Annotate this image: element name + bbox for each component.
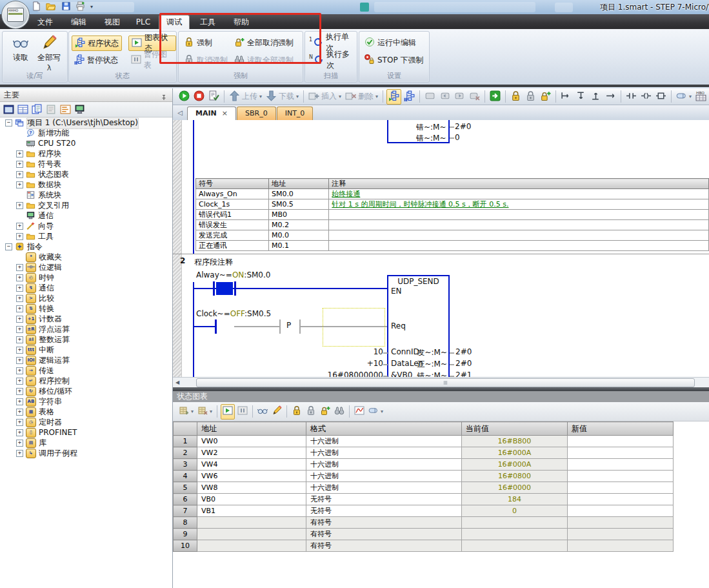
chart-status-toggle[interactable] xyxy=(403,90,416,104)
compile-button[interactable] xyxy=(207,90,221,104)
save-button[interactable] xyxy=(59,1,72,13)
expand-icon[interactable]: + xyxy=(16,326,23,333)
write-values-button[interactable] xyxy=(270,405,283,419)
menu-tab-view[interactable]: 视图 xyxy=(98,15,126,29)
menu-tab-plc[interactable]: PLC xyxy=(132,15,155,29)
address-cell[interactable] xyxy=(197,517,306,529)
unforce-value-button[interactable] xyxy=(305,405,317,419)
force-value-button[interactable] xyxy=(290,405,303,419)
expand-icon[interactable]: + xyxy=(16,336,23,343)
expand-icon[interactable]: + xyxy=(16,367,23,374)
expand-icon[interactable]: + xyxy=(16,409,23,416)
format-cell[interactable]: 十六进制 xyxy=(306,471,462,482)
address-cell[interactable]: VW6 xyxy=(197,471,306,482)
editor-hscrollbar[interactable]: ◀ xyxy=(173,377,709,388)
scrollbar-thumb[interactable] xyxy=(196,378,695,387)
address-cell[interactable]: VB0 xyxy=(197,494,306,505)
menu-tab-debug[interactable]: 调试 xyxy=(159,15,190,30)
tree-item[interactable]: +±R浮点运算 xyxy=(0,324,172,334)
format-cell[interactable]: 有符号 xyxy=(306,529,462,540)
goto-button[interactable] xyxy=(488,90,502,104)
address-cell[interactable]: VW2 xyxy=(197,447,306,459)
network-comment[interactable]: 程序段注释 xyxy=(194,257,233,268)
read-values-button[interactable] xyxy=(256,405,269,419)
tree-item[interactable]: +↻移位/循环 xyxy=(0,386,172,396)
write-all-button[interactable]: 全部写入 xyxy=(35,35,63,74)
tree-item[interactable]: +向导 xyxy=(0,221,172,231)
chart-status-on-button[interactable] xyxy=(221,404,235,420)
row-number[interactable]: 1 xyxy=(174,436,197,447)
tab-main[interactable]: MAIN× xyxy=(187,106,236,120)
expand-icon[interactable]: + xyxy=(16,305,23,312)
status-table-header[interactable]: 地址 xyxy=(197,422,306,436)
new-value-cell[interactable] xyxy=(568,436,674,447)
tree-item[interactable]: +▯PROFINET xyxy=(0,427,172,438)
tree-item[interactable]: +⊣⊢位逻辑 xyxy=(0,262,172,272)
tree-item[interactable]: *收藏夹 xyxy=(0,252,172,262)
clear-bookmarks-button[interactable] xyxy=(468,90,481,104)
address-cell[interactable] xyxy=(197,540,306,552)
expand-icon[interactable]: + xyxy=(16,388,23,395)
view-xref-button[interactable] xyxy=(60,104,71,115)
new-value-cell[interactable] xyxy=(568,517,674,529)
tree-item[interactable]: ?新增功能 xyxy=(0,128,172,138)
pin-icon[interactable] xyxy=(161,92,167,98)
expand-icon[interactable]: + xyxy=(16,419,23,426)
view-data-button[interactable] xyxy=(46,104,57,115)
unforce-button[interactable]: 取消强制 xyxy=(181,53,230,67)
tab-sbr0[interactable]: SBR_0 xyxy=(237,106,276,120)
read-button[interactable]: 读取 xyxy=(6,35,35,63)
coil-tool[interactable] xyxy=(639,90,653,104)
expand-icon[interactable]: + xyxy=(16,450,23,457)
delete-button[interactable]: 删除▾ xyxy=(344,90,379,104)
address-toggle-button[interactable]: ▾ xyxy=(675,90,693,104)
ladder-line-down-tool[interactable] xyxy=(574,90,588,104)
row-number[interactable]: 7 xyxy=(174,505,197,517)
menu-tab-help[interactable]: 帮助 xyxy=(227,15,255,29)
tree-item[interactable]: +⇅转换 xyxy=(0,303,172,314)
tree-item[interactable]: +程序块 xyxy=(0,148,172,159)
pause-chart-button[interactable]: 暂停图表 xyxy=(128,53,176,67)
unforce-all-button[interactable]: 全部取消强制 xyxy=(232,35,296,50)
new-value-cell[interactable] xyxy=(568,471,674,482)
tree-item[interactable]: +状态图表 xyxy=(0,169,172,179)
scroll-left-arrow[interactable]: ◀ xyxy=(173,378,182,387)
tree-item[interactable]: +◷定时器 xyxy=(0,417,172,427)
menu-tab-edit[interactable]: 编辑 xyxy=(65,15,93,29)
bookmark-button[interactable] xyxy=(423,90,437,104)
tree-item[interactable]: ++1计数器 xyxy=(0,314,172,324)
expand-icon[interactable]: + xyxy=(16,398,23,405)
ladder-line-up-tool[interactable] xyxy=(589,90,603,104)
tree-item[interactable]: 系统块 xyxy=(0,190,172,200)
collapse-icon[interactable]: − xyxy=(5,243,12,250)
expand-icon[interactable]: + xyxy=(16,440,23,447)
tree-item[interactable]: +▤库 xyxy=(0,438,172,448)
format-cell[interactable]: 有符号 xyxy=(306,517,462,529)
expand-icon[interactable]: + xyxy=(16,316,23,323)
tree-item[interactable]: +↯通信 xyxy=(0,283,172,293)
tree-item[interactable]: +数据块 xyxy=(0,179,172,190)
new-value-cell[interactable] xyxy=(568,540,674,552)
quick-access-dropdown[interactable]: ▾ xyxy=(90,4,93,10)
new-value-cell[interactable] xyxy=(568,529,674,540)
execute-single-button[interactable]: 1 执行单次 xyxy=(306,35,357,50)
force-in-stop-button[interactable]: STOP 下强制 xyxy=(362,53,426,67)
expand-icon[interactable]: + xyxy=(16,150,23,157)
row-number[interactable]: 4 xyxy=(174,471,197,482)
address-cell[interactable] xyxy=(197,529,306,540)
program-status-button[interactable]: 程序状态 xyxy=(72,35,122,51)
row-number[interactable]: 9 xyxy=(174,529,197,540)
expand-icon[interactable]: + xyxy=(16,171,23,178)
expand-icon[interactable]: + xyxy=(16,347,23,354)
new-file-button[interactable] xyxy=(30,1,43,13)
ladder-branch-down-tool[interactable] xyxy=(559,90,573,104)
row-number[interactable]: 3 xyxy=(174,459,197,471)
tab-scroll-left-button[interactable]: ◁ xyxy=(174,107,186,119)
trend-view-button[interactable] xyxy=(353,405,366,419)
ladder-line-right-tool[interactable] xyxy=(604,90,617,104)
new-value-cell[interactable] xyxy=(568,505,674,517)
tree-item[interactable]: +交叉引用 xyxy=(0,200,172,210)
row-number[interactable]: 5 xyxy=(174,482,197,494)
box-tool[interactable] xyxy=(654,90,668,104)
expand-icon[interactable]: + xyxy=(16,202,23,209)
